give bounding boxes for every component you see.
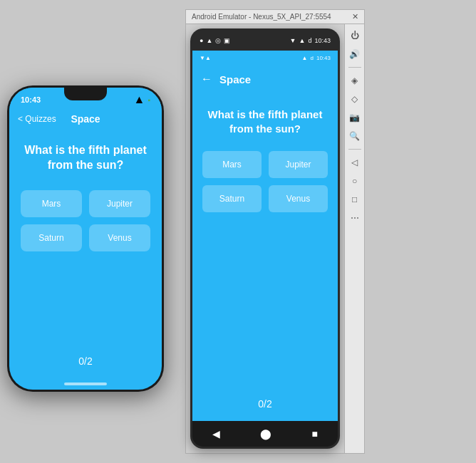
ios-question: What is the fifth planet from the sun?: [21, 143, 150, 173]
emulator-titlebar: Android Emulator - Nexus_5X_API_27:5554 …: [185, 9, 365, 24]
ios-answer-mars[interactable]: Mars: [21, 190, 82, 217]
ios-answer-jupiter[interactable]: Jupiter: [89, 190, 150, 217]
android-time-small: 10:43: [316, 55, 331, 61]
android-signal-icon: ▼: [290, 37, 296, 44]
power-icon[interactable]: ⏻: [348, 28, 362, 43]
android-time: 10:43: [314, 37, 331, 44]
square-icon[interactable]: □: [348, 192, 362, 207]
android-screen: ▼▲ ▲ d 10:43 ← Space What is the fifth p…: [192, 51, 338, 421]
battery-icon: ▪: [148, 96, 150, 104]
android-phone: ● ▲ ◎ ▣ ▼ ▲ d 10:43 ▼▲: [190, 28, 340, 449]
android-icon-2: ▲: [206, 37, 212, 44]
ios-answer-venus[interactable]: Venus: [89, 224, 150, 251]
android-signal-small: ▼▲: [200, 55, 211, 61]
android-back-button[interactable]: ←: [201, 73, 212, 85]
rotate-icon[interactable]: ◈: [348, 73, 362, 88]
camera-icon[interactable]: 📷: [348, 110, 362, 125]
android-battery-small: d: [311, 55, 314, 61]
android-answer-jupiter[interactable]: Jupiter: [269, 151, 328, 178]
android-content: What is the fifth planet from the sun? M…: [192, 93, 338, 421]
android-answer-mars[interactable]: Mars: [202, 151, 262, 178]
ios-notch: [64, 88, 107, 100]
android-nav-bar: ◀ ⬤ ■: [192, 421, 338, 447]
ios-nav-title: Space: [71, 113, 100, 125]
android-toolbar: ← Space: [192, 65, 338, 93]
sidebar-divider-1: [348, 67, 361, 68]
sidebar-divider-2: [348, 149, 361, 150]
android-icon-1: ●: [200, 37, 203, 44]
emulator-body: ● ▲ ◎ ▣ ▼ ▲ d 10:43 ▼▲: [185, 24, 365, 454]
android-wifi-small: ▲: [302, 55, 308, 61]
android-answer-saturn[interactable]: Saturn: [202, 185, 262, 212]
android-nav-back[interactable]: ◀: [212, 428, 220, 439]
emulator-title: Android Emulator - Nexus_5X_API_27:5554: [192, 13, 331, 21]
ios-back-button[interactable]: < Quizzes: [18, 114, 56, 124]
ios-status-bar: 10:43 ▲ ▪: [9, 88, 162, 109]
android-top-bar: ● ▲ ◎ ▣ ▼ ▲ d 10:43: [192, 31, 338, 51]
wifi-icon: ▲: [134, 93, 145, 106]
back-icon[interactable]: ◁: [348, 155, 362, 170]
ios-status-icons: ▲ ▪: [134, 93, 150, 106]
android-question: What is the fifth planet from the sun?: [202, 108, 328, 135]
ios-home-indicator: [64, 383, 107, 385]
ios-content: What is the fifth planet from the sun? M…: [9, 129, 162, 380]
ios-nav-bar: < Quizzes Space: [9, 109, 162, 129]
android-icon-3: ◎: [215, 37, 221, 44]
zoom-icon[interactable]: 🔍: [348, 129, 362, 143]
emulator-sidebar: ⏻ 🔊 ◈ ◇ 📷 🔍 ◁ ○ □ ⋯: [344, 24, 364, 453]
android-wifi-icon: ▲: [299, 37, 306, 44]
ios-answer-saturn[interactable]: Saturn: [21, 224, 82, 251]
ios-time: 10:43: [21, 95, 41, 104]
location-icon[interactable]: ◇: [348, 92, 362, 106]
home-icon[interactable]: ○: [348, 174, 362, 188]
emulator-window: Android Emulator - Nexus_5X_API_27:5554 …: [185, 9, 365, 454]
volume-icon[interactable]: 🔊: [348, 47, 362, 61]
android-status-bar: ▼▲ ▲ d 10:43: [192, 51, 338, 65]
android-nav-home[interactable]: ⬤: [260, 428, 271, 439]
android-top-icons: ● ▲ ◎ ▣: [200, 37, 230, 44]
android-toolbar-title: Space: [219, 73, 251, 85]
android-status-left: ▼▲: [200, 55, 211, 61]
android-battery-text: d: [308, 37, 311, 44]
android-nav-square[interactable]: ■: [311, 428, 317, 439]
ios-score: 0/2: [78, 355, 92, 367]
emulator-close-button[interactable]: ✕: [352, 12, 358, 21]
ios-answers-grid: Mars Jupiter Saturn Venus: [21, 190, 150, 251]
android-answers-grid: Mars Jupiter Saturn Venus: [202, 151, 328, 212]
ios-phone: 10:43 ▲ ▪ < Quizzes Space What is the fi…: [7, 85, 164, 392]
android-score: 0/2: [258, 398, 271, 410]
android-status-right: ▼ ▲ d 10:43: [290, 37, 331, 44]
android-status-right-bar: ▲ d 10:43: [302, 55, 331, 61]
more-icon[interactable]: ⋯: [348, 211, 362, 225]
android-icon-4: ▣: [224, 37, 230, 44]
ios-screen: 10:43 ▲ ▪ < Quizzes Space What is the fi…: [9, 88, 162, 390]
android-answer-venus[interactable]: Venus: [269, 185, 328, 212]
